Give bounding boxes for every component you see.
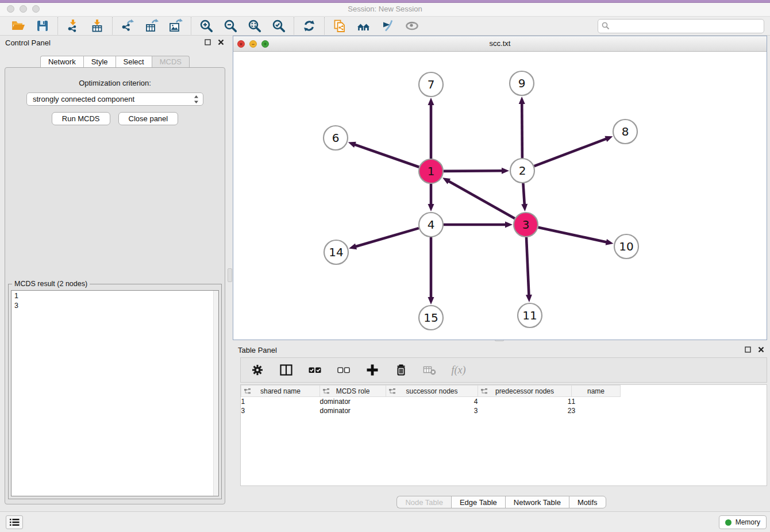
network-maximize-button[interactable]: + xyxy=(261,40,269,48)
arrowhead-icon xyxy=(526,295,532,302)
tab-style[interactable]: Style xyxy=(83,56,116,68)
column-header-predecessor-nodes[interactable]: predecessor nodes xyxy=(478,385,572,397)
network-minimize-button[interactable]: − xyxy=(249,40,257,48)
column-header-name[interactable]: name xyxy=(572,385,621,397)
import-table-button[interactable] xyxy=(90,18,105,33)
edge-2-8[interactable] xyxy=(534,138,607,166)
graph-node-label: 8 xyxy=(622,125,629,138)
select-all-columns-button[interactable] xyxy=(307,363,322,377)
column-header-shared-name[interactable]: shared name xyxy=(241,385,320,397)
float-panel-icon[interactable] xyxy=(205,39,211,45)
open-session-button[interactable] xyxy=(11,18,26,33)
network-graph[interactable]: 7968124314101511 xyxy=(233,52,767,340)
status-bar: Memory xyxy=(0,511,770,532)
network-close-button[interactable]: × xyxy=(237,40,245,48)
mcds-result-title: MCDS result (2 nodes) xyxy=(12,280,90,288)
column-header-successor-nodes[interactable]: successor nodes xyxy=(386,385,478,397)
vertical-splitter-grip[interactable] xyxy=(228,268,232,282)
import-table-icon xyxy=(90,18,105,33)
edge-4-14[interactable] xyxy=(355,228,419,246)
tab-edge-table[interactable]: Edge Table xyxy=(451,496,505,508)
edge-1-2[interactable] xyxy=(444,171,503,171)
table-cell[interactable]: 3 xyxy=(241,406,320,415)
edge-3-10[interactable] xyxy=(538,228,607,242)
control-panel: Control Panel NetworkStyleSelectMCDS Opt… xyxy=(0,36,230,511)
delete-column-button[interactable] xyxy=(394,363,409,377)
close-table-panel-icon[interactable] xyxy=(758,346,764,353)
table-settings-button[interactable] xyxy=(250,363,265,377)
network-canvas[interactable]: 7968124314101511 xyxy=(233,52,767,340)
close-panel-icon[interactable] xyxy=(218,39,224,45)
table-cell[interactable]: 4 xyxy=(386,397,478,406)
arrowhead-icon xyxy=(606,239,614,245)
table-cell[interactable]: 1 xyxy=(478,397,572,406)
task-history-button[interactable] xyxy=(6,515,23,529)
dropdown-stepper-icon xyxy=(193,94,199,105)
edge-3-1[interactable] xyxy=(448,181,515,219)
network-view-window: × − + scc.txt 7968124314101511 xyxy=(233,36,767,340)
graph-node-label: 9 xyxy=(518,76,526,90)
arrowhead-icon xyxy=(428,297,434,304)
zoom-in-button[interactable] xyxy=(199,18,214,33)
tab-node-table[interactable]: Node Table xyxy=(396,496,451,508)
table-cell[interactable]: 3 xyxy=(572,406,621,415)
split-columns-icon xyxy=(279,363,294,377)
close-panel-button[interactable]: Close panel xyxy=(118,112,179,125)
mcds-result-text[interactable]: 1 3 xyxy=(11,290,219,496)
table-cell[interactable]: 1 xyxy=(241,397,320,406)
show-graphics-details-button[interactable] xyxy=(405,18,419,33)
memory-button[interactable]: Memory xyxy=(719,515,767,529)
tab-network-table[interactable]: Network Table xyxy=(505,496,569,508)
tab-mcds[interactable]: MCDS xyxy=(152,56,190,68)
delete-table-button[interactable] xyxy=(422,363,437,377)
export-table-button[interactable] xyxy=(144,18,159,33)
zoom-fit-button[interactable] xyxy=(247,18,262,33)
float-table-panel-icon[interactable] xyxy=(745,346,751,353)
first-neighbors-button[interactable] xyxy=(356,18,371,33)
result-scrollbar[interactable] xyxy=(213,291,218,496)
edge-3-11[interactable] xyxy=(526,237,529,296)
edge-2-9[interactable] xyxy=(522,103,522,158)
table-cell[interactable]: dominator xyxy=(320,397,386,406)
selected-option: strongly connected component xyxy=(33,95,134,103)
arrowhead-icon xyxy=(348,142,356,148)
import-network-button[interactable] xyxy=(66,18,80,33)
export-network-button[interactable] xyxy=(120,18,135,33)
run-mcds-button[interactable]: Run MCDS xyxy=(52,112,110,125)
column-header-mcds-role[interactable]: MCDS role xyxy=(320,385,386,397)
edge-2-3[interactable] xyxy=(523,183,524,205)
table-row[interactable]: 3dominator323 xyxy=(241,406,621,415)
hide-labels-button[interactable] xyxy=(380,18,395,33)
zoom-out-button[interactable] xyxy=(223,18,238,33)
graph-node-label: 4 xyxy=(428,218,435,232)
save-session-button[interactable] xyxy=(35,18,50,33)
open-folder-icon xyxy=(11,18,26,33)
zoom-fit-icon xyxy=(247,18,262,33)
table-row[interactable]: 1dominator411 xyxy=(241,397,621,406)
zoom-selected-button[interactable] xyxy=(271,18,286,33)
list-icon xyxy=(9,518,20,527)
add-column-button[interactable] xyxy=(365,363,380,377)
table-cell[interactable]: 3 xyxy=(386,406,478,415)
network-window-titlebar[interactable]: × − + scc.txt xyxy=(233,36,767,52)
tab-network[interactable]: Network xyxy=(40,56,83,68)
table-panel: Table Panel f(x) shared nameMCDS rolesuc… xyxy=(233,343,770,511)
export-image-button[interactable] xyxy=(168,18,183,33)
table-cell[interactable]: 2 xyxy=(478,406,572,415)
deselect-all-columns-button[interactable] xyxy=(336,363,351,377)
optimization-criterion-select[interactable]: strongly connected component xyxy=(26,92,203,106)
node-table-grid[interactable]: shared nameMCDS rolesuccessor nodesprede… xyxy=(241,385,621,415)
search-input[interactable] xyxy=(598,19,764,33)
arrowhead-icon xyxy=(521,204,528,211)
application-window: Session: New Session xyxy=(0,0,770,532)
tab-select[interactable]: Select xyxy=(116,56,152,68)
edge-1-6[interactable] xyxy=(354,144,419,167)
graph-node-label: 14 xyxy=(329,245,343,259)
table-cell[interactable]: dominator xyxy=(320,406,386,415)
table-cell[interactable]: 1 xyxy=(572,397,621,406)
split-view-button[interactable] xyxy=(279,363,294,377)
function-builder-button[interactable]: f(x) xyxy=(451,363,466,377)
tab-motifs[interactable]: Motifs xyxy=(569,496,606,508)
refresh-layout-button[interactable] xyxy=(302,18,317,33)
clone-network-button[interactable] xyxy=(332,18,347,33)
